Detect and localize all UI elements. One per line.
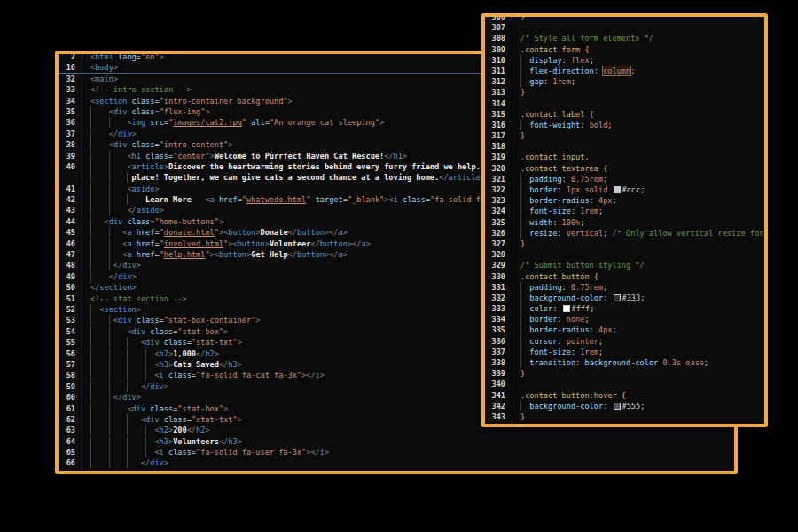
code-line[interactable]: 64<h3>Volunteers</h3> — [59, 436, 734, 447]
line-number[interactable]: 38 — [59, 139, 82, 150]
line-number[interactable]: 336 — [485, 336, 512, 347]
line-number[interactable]: 315 — [485, 109, 512, 120]
code-line[interactable]: 342background-color: #555; — [485, 401, 764, 411]
line-number[interactable]: 310 — [485, 55, 512, 66]
code-line[interactable]: 322border: 1px solid #ccc; — [485, 184, 764, 195]
code-line[interactable]: 325width: 100%; — [485, 217, 764, 228]
line-number[interactable]: 318 — [485, 141, 512, 152]
code-line[interactable]: 311flex-direction: column; — [485, 66, 764, 76]
line-number[interactable]: 329 — [485, 260, 512, 270]
line-number[interactable]: 34 — [59, 96, 82, 106]
code-line[interactable]: 336cursor: pointer; — [485, 336, 764, 347]
line-number[interactable]: 54 — [59, 326, 82, 337]
line-number[interactable]: 343 — [485, 411, 512, 422]
line-number[interactable]: 322 — [485, 184, 512, 195]
code-line[interactable]: 65<i class="fa-solid fa-user fa-3x"></i> — [59, 447, 734, 458]
code-line[interactable]: 320.contact textarea { — [485, 163, 764, 174]
code-line[interactable]: 337font-size: 1rem; — [485, 347, 764, 357]
code-line[interactable]: 332background-color: #333; — [485, 293, 764, 303]
color-swatch[interactable] — [614, 294, 621, 301]
code-line[interactable]: 335border-radius: 4px; — [485, 325, 764, 335]
line-number[interactable]: 61 — [59, 403, 82, 414]
line-number[interactable]: 331 — [485, 282, 512, 293]
line-number[interactable]: 332 — [485, 293, 512, 303]
line-number[interactable]: 309 — [485, 44, 512, 55]
line-number[interactable]: 316 — [485, 120, 512, 130]
code-line[interactable]: 341.contact button:hover { — [485, 390, 764, 401]
line-number[interactable]: 333 — [485, 303, 512, 314]
line-number[interactable]: 16 — [59, 62, 82, 72]
line-number[interactable]: 64 — [59, 436, 82, 447]
line-number[interactable]: 330 — [485, 271, 512, 282]
line-number[interactable]: 59 — [59, 381, 82, 392]
code-line[interactable]: 344 — [485, 422, 764, 427]
line-number[interactable]: 33 — [59, 84, 82, 95]
line-number[interactable]: 50 — [59, 282, 82, 293]
line-number[interactable]: 313 — [485, 87, 512, 98]
line-number[interactable]: 48 — [59, 260, 82, 270]
line-number[interactable]: 47 — [59, 249, 82, 260]
line-number[interactable]: 314 — [485, 98, 512, 109]
code-line[interactable]: 323border-radius: 4px; — [485, 195, 764, 206]
line-number[interactable]: 312 — [485, 76, 512, 87]
line-number[interactable]: 306 — [485, 13, 512, 22]
line-number[interactable]: 325 — [485, 217, 512, 228]
color-swatch[interactable] — [614, 403, 621, 410]
line-number[interactable]: 337 — [485, 347, 512, 357]
line-number[interactable]: 308 — [485, 33, 512, 43]
code-line[interactable]: 308/* Style all form elements */ — [485, 33, 764, 43]
line-number[interactable]: 63 — [59, 425, 82, 435]
line-number[interactable]: 60 — [59, 392, 82, 403]
line-number[interactable]: 35 — [59, 106, 82, 117]
line-number[interactable]: 55 — [59, 337, 82, 348]
line-number[interactable]: 320 — [485, 163, 512, 174]
line-number[interactable]: 2 — [59, 51, 82, 62]
line-number[interactable]: 344 — [485, 422, 512, 427]
line-number[interactable]: 324 — [485, 206, 512, 216]
code-line[interactable]: 318 — [485, 141, 764, 152]
code-line[interactable]: 328 — [485, 249, 764, 260]
line-number[interactable]: 44 — [59, 216, 82, 227]
line-number[interactable]: 52 — [59, 304, 82, 315]
code-line[interactable]: 310display: flex; — [485, 55, 764, 66]
line-number[interactable]: 45 — [59, 227, 82, 238]
code-line[interactable]: 326resize: vertical; /* Only allow verti… — [485, 228, 764, 239]
line-number[interactable]: 327 — [485, 239, 512, 249]
code-line[interactable]: 317} — [485, 130, 764, 141]
line-number[interactable]: 338 — [485, 357, 512, 368]
line-number[interactable]: 40 — [59, 161, 82, 172]
line-number[interactable]: 42 — [59, 194, 82, 205]
code-line[interactable]: 313} — [485, 87, 764, 98]
code-line[interactable]: 338transition: background-color 0.3s eas… — [485, 357, 764, 368]
code-line[interactable]: 331padding: 0.75rem; — [485, 282, 764, 293]
line-number[interactable]: 65 — [59, 447, 82, 458]
line-number[interactable]: 339 — [485, 368, 512, 379]
line-number[interactable]: 311 — [485, 66, 512, 76]
color-swatch[interactable] — [563, 305, 570, 312]
line-number[interactable]: 307 — [485, 22, 512, 33]
line-number[interactable]: 319 — [485, 152, 512, 162]
code-line[interactable]: 312gap: 1rem; — [485, 76, 764, 87]
line-number[interactable]: 341 — [485, 390, 512, 401]
line-number[interactable]: 66 — [59, 458, 82, 468]
code-line[interactable]: 334border: none; — [485, 314, 764, 325]
line-number[interactable]: 58 — [59, 370, 82, 380]
line-number[interactable]: 62 — [59, 414, 82, 425]
line-number[interactable]: 340 — [485, 379, 512, 389]
code-line[interactable]: 327} — [485, 239, 764, 249]
code-line[interactable]: 66</div> — [59, 458, 734, 468]
css-editor-window[interactable]: 306}307308/* Style all form elements */3… — [481, 13, 768, 427]
line-number[interactable]: 335 — [485, 325, 512, 335]
code-line[interactable]: 307 — [485, 22, 764, 33]
code-line[interactable]: 343} — [485, 411, 764, 422]
line-number[interactable]: 317 — [485, 130, 512, 141]
line-number[interactable]: 43 — [59, 205, 82, 215]
code-line[interactable]: 333color: #fff; — [485, 303, 764, 314]
line-number[interactable]: 334 — [485, 314, 512, 325]
line-number[interactable]: 41 — [59, 184, 82, 194]
line-number[interactable]: 37 — [59, 129, 82, 139]
line-number[interactable]: 56 — [59, 348, 82, 359]
line-number[interactable]: 57 — [59, 359, 82, 370]
code-line[interactable]: 316font-weight: bold; — [485, 120, 764, 130]
css-code-area[interactable]: 306}307308/* Style all form elements */3… — [485, 13, 764, 427]
